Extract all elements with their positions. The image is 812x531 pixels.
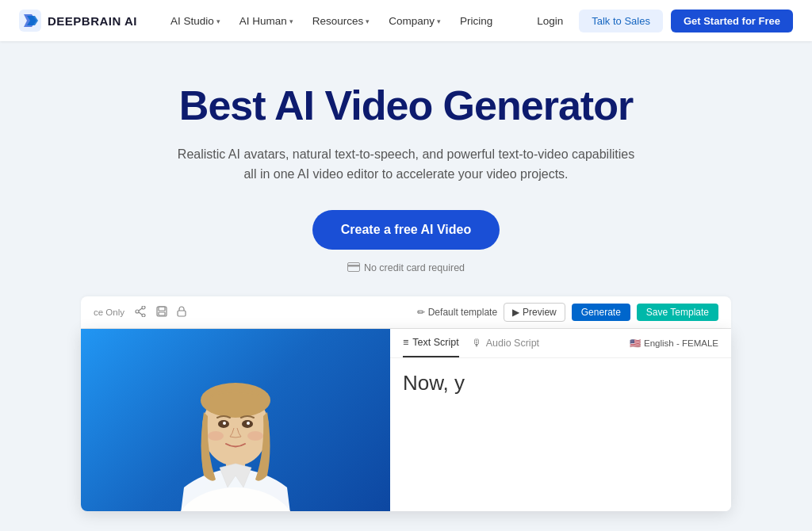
preview-bar-right: ✏ Default template ▶ Preview Generate Sa… [417,303,718,322]
nav-links: AI Studio ▾ AI Human ▾ Resources ▾ Compa… [163,10,529,32]
flag-us-icon: 🇺🇸 [630,338,641,349]
svg-point-21 [247,422,250,425]
mic-icon: 🎙 [472,338,482,349]
svg-rect-11 [159,307,165,311]
svg-point-7 [142,314,145,317]
nav-item-pricing[interactable]: Pricing [452,10,500,32]
hero-section: Best AI Video Generator Realistic AI ava… [0,41,812,296]
generate-button[interactable]: Generate [572,304,630,321]
logo-text: DEEPBRAIN AI [48,14,137,28]
preview-button[interactable]: ▶ Preview [504,303,565,322]
svg-rect-4 [347,265,360,267]
template-selector[interactable]: ✏ Default template [417,307,497,318]
deepbrain-logo-icon [19,10,41,32]
lock-icon [177,306,186,319]
nav-item-resources[interactable]: Resources ▾ [304,10,378,32]
no-credit-notice: No credit card required [16,262,796,274]
login-button[interactable]: Login [529,10,571,32]
video-preview [81,329,390,511]
preview-main-area: ≡ Text Script 🎙 Audio Script 🇺🇸 English … [81,329,731,511]
script-text-content[interactable]: Now, y [390,358,731,408]
svg-point-20 [223,422,226,425]
pencil-icon: ✏ [417,307,425,318]
save-icon [156,306,167,319]
share-icon [134,306,147,319]
svg-point-6 [142,306,145,309]
get-started-button[interactable]: Get Started for Free [671,10,793,32]
preview-mode-label: ce Only [94,308,124,317]
svg-line-8 [139,308,142,311]
hero-title: Best AI Video Generator [16,82,796,130]
svg-point-22 [208,431,224,441]
svg-point-23 [247,431,263,441]
nav-item-ai-human[interactable]: AI Human ▾ [232,10,301,32]
svg-rect-3 [347,262,359,271]
language-selector[interactable]: 🇺🇸 English - FEMALE [630,338,718,349]
preview-bar-left: ce Only [94,306,186,319]
talk-to-sales-button[interactable]: Talk to Sales [579,10,663,32]
navbar: DEEPBRAIN AI AI Studio ▾ AI Human ▾ Reso… [0,0,812,41]
hero-subtitle: Realistic AI avatars, natural text-to-sp… [176,144,636,185]
play-icon: ▶ [512,307,519,318]
tab-audio-script[interactable]: 🎙 Audio Script [472,330,539,357]
svg-line-9 [139,312,142,315]
script-tabs: ≡ Text Script 🎙 Audio Script 🇺🇸 English … [390,329,731,358]
chevron-down-icon: ▾ [366,17,370,25]
chevron-down-icon: ▾ [216,17,220,25]
cta-button[interactable]: Create a free AI Video [312,210,500,250]
svg-rect-13 [178,311,186,316]
preview-toolbar: ce Only [81,296,731,329]
chevron-down-icon: ▾ [289,17,293,25]
credit-card-icon [347,262,360,274]
script-editor[interactable]: ≡ Text Script 🎙 Audio Script 🇺🇸 English … [390,329,731,511]
svg-rect-12 [159,312,165,315]
nav-actions: Login Talk to Sales Get Started for Free [529,10,793,32]
svg-point-5 [136,310,139,313]
nav-item-company[interactable]: Company ▾ [381,10,449,32]
logo[interactable]: DEEPBRAIN AI [19,10,137,32]
text-icon: ≡ [403,337,408,348]
chevron-down-icon: ▾ [437,17,441,25]
save-template-button[interactable]: Save Template [637,304,718,321]
tab-text-script[interactable]: ≡ Text Script [403,329,459,357]
nav-item-ai-studio[interactable]: AI Studio ▾ [163,10,228,32]
svg-point-17 [201,383,270,418]
ai-avatar [81,329,390,511]
app-preview: ce Only [81,296,731,511]
